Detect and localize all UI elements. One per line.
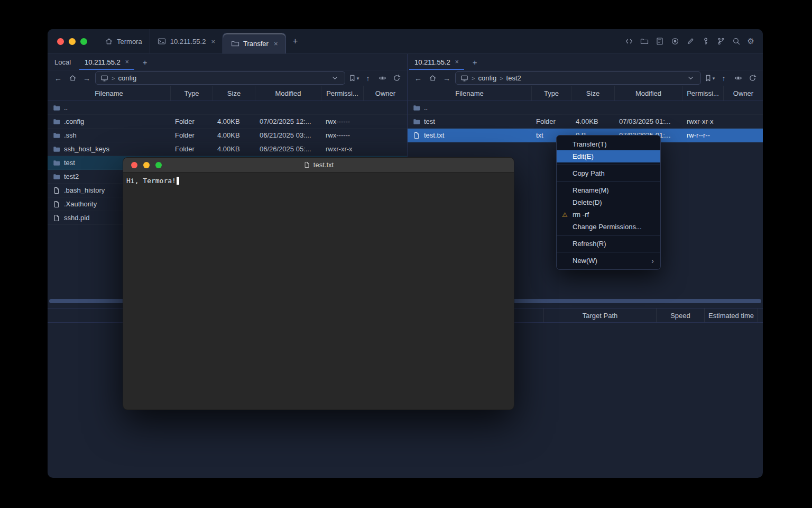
new-tab-button[interactable]: +	[286, 29, 305, 53]
close-icon[interactable]: ×	[455, 58, 459, 66]
home-icon[interactable]	[67, 72, 78, 84]
back-icon[interactable]: ←	[412, 72, 424, 84]
tab-label: 10.211.55.2	[414, 58, 450, 66]
file-type	[171, 101, 213, 114]
column-header-estimated-time[interactable]: Estimated time	[704, 309, 758, 322]
folder-icon[interactable]	[640, 37, 649, 46]
window-tabs: Termora 10.211.55.2 × Transfer × +	[97, 29, 304, 53]
path-field[interactable]: > config > test2	[455, 71, 701, 85]
file-size	[571, 101, 615, 114]
close-icon[interactable]: ×	[274, 40, 278, 48]
tab-ssh-host[interactable]: 10.211.55.2 ×	[150, 29, 223, 53]
new-pane-tab-button[interactable]: +	[136, 54, 154, 70]
menu-item-copy-path[interactable]: Copy Path	[557, 167, 660, 179]
home-icon[interactable]	[427, 72, 438, 84]
refresh-icon[interactable]	[391, 72, 402, 84]
show-hidden-eye-icon[interactable]	[732, 72, 744, 84]
right-nav-bar: ← → > config > test2 ▾ ↑	[408, 70, 763, 86]
column-header-permissions[interactable]: Permissi...	[321, 86, 364, 101]
key-icon[interactable]	[702, 37, 710, 46]
file-owner	[724, 115, 763, 128]
table-row[interactable]: test Folder 4.00KB 07/03/2025 01:... rwx…	[408, 115, 763, 129]
zoom-window-button[interactable]	[80, 38, 87, 45]
file-owner	[364, 101, 407, 114]
folder-icon	[53, 132, 60, 139]
menu-item-rename[interactable]: Rename(M)	[557, 184, 660, 196]
menu-item-refresh[interactable]: Refresh(R)	[557, 238, 660, 250]
table-row[interactable]: .ssh Folder 4.00KB 06/21/2025 03:... rwx…	[48, 129, 407, 142]
file-permissions: rwxr-xr-x	[321, 142, 364, 156]
tab-label: Termora	[117, 38, 142, 46]
file-name: sshd.pid	[64, 214, 89, 222]
right-pane-tabs: 10.211.55.2 × +	[408, 54, 763, 70]
menu-item-change-permissions[interactable]: Change Permissions...	[557, 221, 660, 233]
branch-icon[interactable]	[717, 37, 726, 46]
table-row[interactable]: .config Folder 4.00KB 07/02/2025 12:... …	[48, 115, 407, 129]
forward-icon[interactable]: →	[81, 72, 93, 84]
close-icon[interactable]: ×	[211, 38, 215, 46]
path-segment[interactable]: test2	[506, 74, 521, 82]
menu-item-rm-rf[interactable]: ⚠ rm -rf	[557, 208, 660, 221]
close-window-button[interactable]	[57, 38, 64, 45]
new-pane-tab-button[interactable]: +	[466, 54, 484, 70]
column-header-target-path[interactable]: Target Path	[543, 309, 656, 322]
column-header-modified[interactable]: Modified	[255, 86, 321, 101]
column-header-owner[interactable]: Owner	[364, 86, 407, 101]
tab-remote-host[interactable]: 10.211.55.2 ×	[78, 54, 136, 70]
path-segment[interactable]: config	[478, 74, 496, 82]
tab-remote-host[interactable]: 10.211.55.2 ×	[408, 54, 466, 70]
up-directory-icon[interactable]: ↑	[362, 72, 374, 84]
file-name: ..	[64, 104, 68, 112]
table-row[interactable]: ssh_host_keys Folder 4.00KB 06/26/2025 0…	[48, 142, 407, 156]
show-hidden-eye-icon[interactable]	[376, 72, 388, 84]
refresh-icon[interactable]	[746, 72, 758, 84]
table-row[interactable]: ..	[48, 101, 407, 115]
file-size: 4.00KB	[213, 142, 255, 156]
file-icon	[53, 187, 60, 194]
tab-transfer[interactable]: Transfer ×	[223, 33, 286, 53]
chevron-down-icon[interactable]	[329, 72, 340, 84]
back-icon[interactable]: ←	[52, 72, 64, 84]
document-icon[interactable]	[656, 37, 665, 46]
path-field[interactable]: > config	[95, 71, 345, 85]
forward-icon[interactable]: →	[441, 72, 453, 84]
menu-item-delete[interactable]: Delete(D)	[557, 196, 660, 208]
record-icon[interactable]	[671, 37, 680, 46]
column-header-owner[interactable]: Owner	[724, 86, 763, 101]
file-owner	[364, 129, 407, 142]
column-header-speed[interactable]: Speed	[656, 309, 704, 322]
tab-termora[interactable]: Termora	[97, 29, 150, 53]
bookmark-icon[interactable]: ▾	[348, 72, 359, 84]
file-modified: 07/02/2025 12:...	[255, 115, 321, 128]
editor-minimize-button[interactable]	[143, 162, 150, 168]
editor-zoom-button[interactable]	[155, 162, 162, 168]
editor-titlebar[interactable]: test.txt	[123, 158, 514, 173]
settings-gear-icon[interactable]: ⚙	[748, 38, 754, 46]
code-icon[interactable]	[625, 37, 634, 46]
pencil-icon[interactable]	[686, 37, 695, 46]
editor-text-area[interactable]: Hi, Termora!	[123, 173, 514, 189]
menu-item-edit[interactable]: Edit(E)	[557, 150, 660, 162]
chevron-down-icon[interactable]	[685, 72, 696, 84]
search-icon[interactable]	[732, 37, 741, 46]
table-row[interactable]: ..	[408, 101, 763, 115]
path-segment[interactable]: config	[118, 74, 136, 82]
tab-label: Transfer	[243, 40, 269, 48]
minimize-window-button[interactable]	[69, 38, 76, 45]
editor-close-button[interactable]	[131, 162, 137, 168]
column-header-size[interactable]: Size	[571, 86, 615, 101]
up-directory-icon[interactable]: ↑	[718, 72, 730, 84]
column-header-type[interactable]: Type	[532, 86, 571, 101]
bookmark-icon[interactable]: ▾	[704, 72, 715, 84]
column-header-size[interactable]: Size	[213, 86, 255, 101]
editor-line: Hi, Termora!	[126, 177, 176, 185]
menu-item-new[interactable]: New(W) ›	[557, 255, 660, 267]
tab-local[interactable]: Local	[48, 54, 78, 70]
column-header-type[interactable]: Type	[171, 86, 213, 101]
menu-item-transfer[interactable]: Transfer(T)	[557, 138, 660, 150]
column-header-permissions[interactable]: Permissi...	[682, 86, 724, 101]
close-icon[interactable]: ×	[125, 58, 129, 66]
column-header-filename[interactable]: Filename	[408, 86, 532, 101]
column-header-modified[interactable]: Modified	[615, 86, 682, 101]
column-header-filename[interactable]: Filename	[48, 86, 171, 101]
